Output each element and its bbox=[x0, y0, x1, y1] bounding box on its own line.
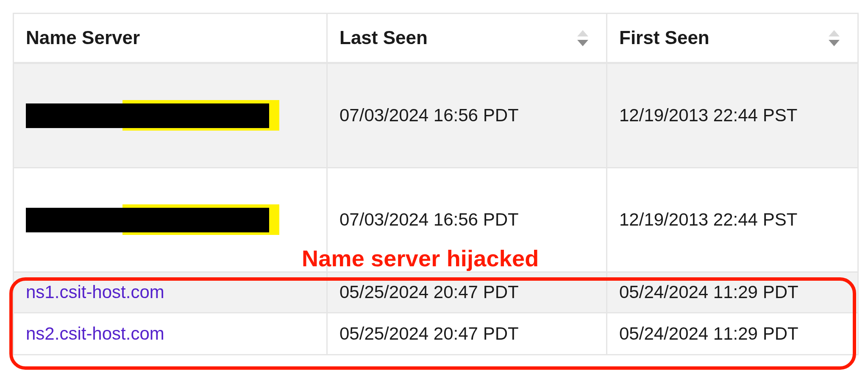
redaction-block bbox=[26, 208, 269, 232]
cell-first-seen: 12/19/2013 22:44 PST bbox=[607, 64, 857, 168]
chevron-down-icon bbox=[577, 40, 588, 46]
annotation-label: Name server hijacked bbox=[302, 245, 539, 271]
sort-icon[interactable] bbox=[828, 28, 840, 49]
cell-last-seen: 07/03/2024 16:56 PDT bbox=[328, 64, 607, 168]
cell-name-server: ns1.csit-host.com bbox=[14, 273, 328, 313]
col-header-name-server[interactable]: Name Server bbox=[14, 14, 328, 64]
name-server-link[interactable]: ns2.csit-host.com bbox=[26, 324, 164, 343]
table-header-row: Name Server Last Seen First Seen bbox=[14, 14, 857, 64]
redacted-value bbox=[26, 207, 276, 233]
cell-last-seen: 05/25/2024 20:47 PDT bbox=[328, 313, 607, 354]
table-row: ns2.csit-host.com 05/25/2024 20:47 PDT 0… bbox=[14, 313, 857, 354]
cell-first-seen: 05/24/2024 11:29 PDT bbox=[607, 313, 857, 354]
cell-name-server bbox=[14, 168, 328, 273]
sort-icon[interactable] bbox=[576, 28, 589, 49]
cell-first-seen: 05/24/2024 11:29 PDT bbox=[607, 273, 857, 313]
cell-name-server: ns2.csit-host.com bbox=[14, 313, 328, 354]
cell-first-seen: 12/19/2013 22:44 PST bbox=[607, 168, 857, 273]
cell-last-seen: 05/25/2024 20:47 PDT bbox=[328, 273, 607, 313]
col-header-label: Last Seen bbox=[339, 27, 428, 48]
screenshot-stage: Name Server Last Seen First Seen bbox=[0, 0, 868, 374]
redacted-value bbox=[26, 103, 276, 129]
col-header-label: First Seen bbox=[619, 27, 709, 48]
chevron-up-icon bbox=[829, 30, 840, 36]
col-header-last-seen[interactable]: Last Seen bbox=[328, 14, 607, 64]
redaction-block bbox=[26, 103, 269, 128]
col-header-label: Name Server bbox=[26, 27, 140, 48]
table-row: ns1.csit-host.com 05/25/2024 20:47 PDT 0… bbox=[14, 273, 857, 313]
chevron-up-icon bbox=[577, 30, 588, 36]
name-server-table: Name Server Last Seen First Seen bbox=[13, 13, 859, 355]
col-header-first-seen[interactable]: First Seen bbox=[607, 14, 857, 64]
chevron-down-icon bbox=[829, 40, 840, 46]
cell-name-server bbox=[14, 64, 328, 168]
table-row: 07/03/2024 16:56 PDT 12/19/2013 22:44 PS… bbox=[14, 64, 857, 168]
name-server-link[interactable]: ns1.csit-host.com bbox=[26, 282, 164, 302]
